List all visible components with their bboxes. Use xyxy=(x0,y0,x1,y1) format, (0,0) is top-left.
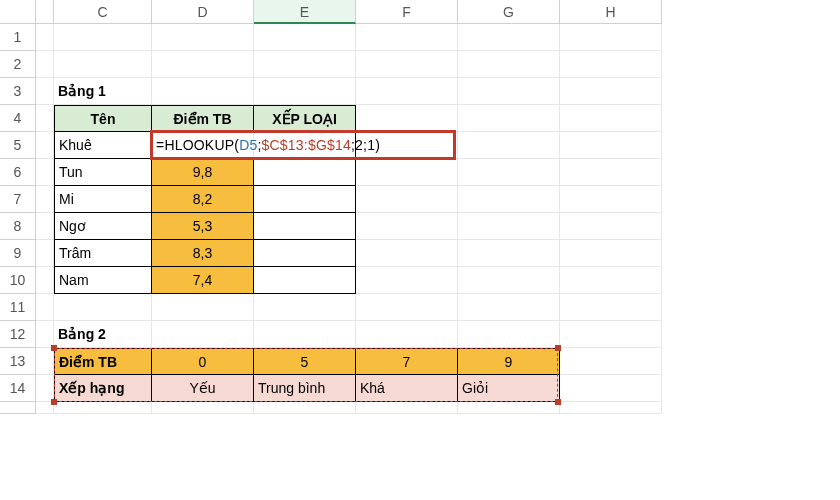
cell-E14[interactable]: Trung bình xyxy=(254,375,356,402)
row-header-15[interactable] xyxy=(0,402,36,414)
cell-G3[interactable] xyxy=(458,78,560,105)
col-header-C[interactable]: C xyxy=(54,0,152,24)
cell-C8[interactable]: Ngơ xyxy=(54,213,152,240)
row-header-7[interactable]: 7 xyxy=(0,186,36,213)
cell-D4[interactable]: Điểm TB xyxy=(152,105,254,132)
cell-C5[interactable]: Khuê xyxy=(54,132,152,159)
cell-C1[interactable] xyxy=(54,24,152,51)
cell-G10[interactable] xyxy=(458,267,560,294)
cell-G9[interactable] xyxy=(458,240,560,267)
row-header-5[interactable]: 5 xyxy=(0,132,36,159)
cell-H14[interactable] xyxy=(560,375,662,402)
cell-B11[interactable] xyxy=(36,294,54,321)
cell-C14[interactable]: Xếp hạng xyxy=(54,375,152,402)
cell-D9[interactable]: 8,3 xyxy=(152,240,254,267)
cell-H15[interactable] xyxy=(560,402,662,414)
cell-B13[interactable] xyxy=(36,348,54,375)
cell-D3[interactable] xyxy=(152,78,254,105)
cell-H13[interactable] xyxy=(560,348,662,375)
cell-C11[interactable] xyxy=(54,294,152,321)
cell-H3[interactable] xyxy=(560,78,662,105)
cell-F8[interactable] xyxy=(356,213,458,240)
cell-D2[interactable] xyxy=(152,51,254,78)
row-header-10[interactable]: 10 xyxy=(0,267,36,294)
cell-G4[interactable] xyxy=(458,105,560,132)
row-header-6[interactable]: 6 xyxy=(0,159,36,186)
cell-E15[interactable] xyxy=(254,402,356,414)
cell-B3[interactable] xyxy=(36,78,54,105)
cell-H1[interactable] xyxy=(560,24,662,51)
cell-F15[interactable] xyxy=(356,402,458,414)
cell-E5[interactable] xyxy=(254,132,356,159)
cell-F5[interactable] xyxy=(356,132,458,159)
cell-D10[interactable]: 7,4 xyxy=(152,267,254,294)
cell-F3[interactable] xyxy=(356,78,458,105)
cell-E7[interactable] xyxy=(254,186,356,213)
cell-C4[interactable]: Tên xyxy=(54,105,152,132)
cell-B9[interactable] xyxy=(36,240,54,267)
cell-C12[interactable]: Bảng 2 xyxy=(54,321,152,348)
cell-F1[interactable] xyxy=(356,24,458,51)
cell-B12[interactable] xyxy=(36,321,54,348)
row-header-9[interactable]: 9 xyxy=(0,240,36,267)
cell-C9[interactable]: Trâm xyxy=(54,240,152,267)
row-header-8[interactable]: 8 xyxy=(0,213,36,240)
cell-F4[interactable] xyxy=(356,105,458,132)
cell-F10[interactable] xyxy=(356,267,458,294)
select-all-corner[interactable] xyxy=(0,0,36,24)
cell-H12[interactable] xyxy=(560,321,662,348)
cell-D8[interactable]: 5,3 xyxy=(152,213,254,240)
row-header-11[interactable]: 11 xyxy=(0,294,36,321)
cell-D6[interactable]: 9,8 xyxy=(152,159,254,186)
cell-G13[interactable]: 9 xyxy=(458,348,560,375)
cell-E8[interactable] xyxy=(254,213,356,240)
cell-G5[interactable] xyxy=(458,132,560,159)
cell-C15[interactable] xyxy=(54,402,152,414)
cell-E1[interactable] xyxy=(254,24,356,51)
col-header-F[interactable]: F xyxy=(356,0,458,24)
cell-H8[interactable] xyxy=(560,213,662,240)
cell-G1[interactable] xyxy=(458,24,560,51)
col-header-H[interactable]: H xyxy=(560,0,662,24)
cell-H4[interactable] xyxy=(560,105,662,132)
cell-G15[interactable] xyxy=(458,402,560,414)
cell-G2[interactable] xyxy=(458,51,560,78)
cell-B10[interactable] xyxy=(36,267,54,294)
cell-F2[interactable] xyxy=(356,51,458,78)
cell-B5[interactable] xyxy=(36,132,54,159)
cell-G7[interactable] xyxy=(458,186,560,213)
cell-F12[interactable] xyxy=(356,321,458,348)
cell-F7[interactable] xyxy=(356,186,458,213)
cell-D1[interactable] xyxy=(152,24,254,51)
cell-C13[interactable]: Điểm TB xyxy=(54,348,152,375)
cell-E9[interactable] xyxy=(254,240,356,267)
cell-B14[interactable] xyxy=(36,375,54,402)
col-header-D[interactable]: D xyxy=(152,0,254,24)
cell-C10[interactable]: Nam xyxy=(54,267,152,294)
cell-E12[interactable] xyxy=(254,321,356,348)
cell-D15[interactable] xyxy=(152,402,254,414)
cell-B2[interactable] xyxy=(36,51,54,78)
cell-E6[interactable] xyxy=(254,159,356,186)
cell-B8[interactable] xyxy=(36,213,54,240)
cell-B6[interactable] xyxy=(36,159,54,186)
cell-C2[interactable] xyxy=(54,51,152,78)
cell-F11[interactable] xyxy=(356,294,458,321)
row-header-14[interactable]: 14 xyxy=(0,375,36,402)
cell-B15[interactable] xyxy=(36,402,54,414)
cell-D11[interactable] xyxy=(152,294,254,321)
row-header-1[interactable]: 1 xyxy=(0,24,36,51)
cell-D12[interactable] xyxy=(152,321,254,348)
cell-C7[interactable]: Mi xyxy=(54,186,152,213)
cell-E3[interactable] xyxy=(254,78,356,105)
col-header-G[interactable]: G xyxy=(458,0,560,24)
cell-E2[interactable] xyxy=(254,51,356,78)
cell-G11[interactable] xyxy=(458,294,560,321)
cell-F9[interactable] xyxy=(356,240,458,267)
cell-G8[interactable] xyxy=(458,213,560,240)
cell-C6[interactable]: Tun xyxy=(54,159,152,186)
cell-E4[interactable]: XẾP LOẠI xyxy=(254,105,356,132)
cell-E13[interactable]: 5 xyxy=(254,348,356,375)
cell-B7[interactable] xyxy=(36,186,54,213)
cell-C3[interactable]: Bảng 1 xyxy=(54,78,152,105)
